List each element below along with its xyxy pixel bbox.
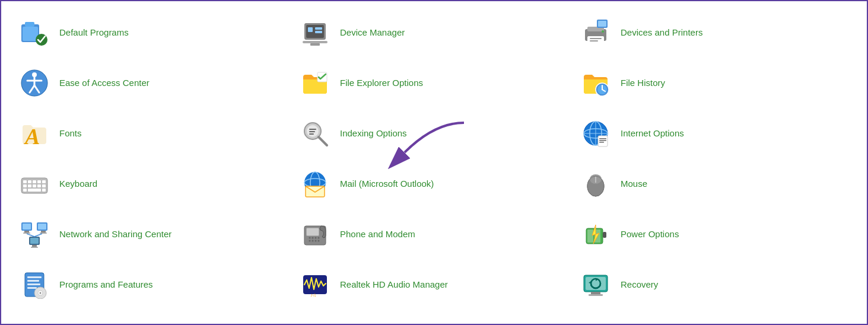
svg-rect-70 [24,231,29,232]
svg-rect-52 [23,184,27,187]
file-history-icon [580,68,611,98]
phone-modem-label: Phone and Modem [340,228,415,240]
svg-rect-42 [598,136,608,146]
svg-rect-95 [587,230,593,243]
svg-text:♪♫: ♪♫ [310,292,316,298]
svg-rect-47 [23,180,27,183]
svg-rect-53 [28,184,31,187]
svg-rect-54 [33,184,36,187]
phone-modem-icon [300,219,330,250]
svg-line-33 [319,137,327,145]
svg-rect-6 [303,41,328,43]
svg-rect-2 [23,27,38,41]
svg-rect-74 [41,231,46,232]
indexing-options-icon [300,118,330,149]
svg-rect-58 [23,189,27,192]
svg-point-105 [40,292,42,294]
svg-rect-1 [25,22,34,27]
svg-rect-94 [603,232,606,238]
svg-rect-34 [309,129,316,130]
svg-rect-69 [23,224,31,230]
programs-features-label: Programs and Features [59,279,153,291]
svg-rect-99 [27,276,42,278]
svg-rect-59 [42,189,46,192]
file-explorer-options-icon [300,68,330,98]
svg-point-91 [318,237,320,238]
fonts-label: Fonts [59,128,82,139]
devices-and-printers-item[interactable]: Devices and Printers [574,7,855,58]
realtek-icon: ♪♫ [300,269,330,300]
programs-features-item[interactable]: Programs and Features [13,259,294,310]
mail-icon [300,168,330,199]
svg-rect-84 [307,228,319,235]
svg-rect-15 [590,40,598,42]
realtek-audio-item[interactable]: ♪♫ Realtek HD Audio Manager [294,259,574,310]
svg-rect-71 [23,232,30,234]
svg-rect-50 [37,180,41,183]
mouse-item[interactable]: Mouse [574,158,855,209]
keyboard-label: Keyboard [59,178,97,190]
svg-rect-79 [31,247,38,248]
svg-rect-8 [308,27,313,32]
default-programs-icon [19,17,50,48]
svg-rect-73 [38,224,46,230]
network-icon [19,219,50,250]
internet-options-item[interactable]: Internet Options [574,108,855,158]
svg-line-80 [27,234,34,237]
svg-rect-55 [37,184,41,187]
svg-rect-49 [33,180,36,183]
file-history-item[interactable]: File History [574,58,855,108]
fonts-item[interactable]: A Fonts [13,108,294,158]
svg-point-90 [315,240,317,241]
network-sharing-item[interactable]: Network and Sharing Center [13,209,294,259]
svg-rect-9 [315,27,322,30]
power-options-item[interactable]: Power Options [574,209,855,259]
svg-rect-51 [42,180,46,183]
devices-and-printers-label: Devices and Printers [621,27,702,39]
device-manager-label: Device Manager [340,27,405,39]
svg-rect-101 [27,283,40,285]
svg-rect-111 [589,294,603,296]
svg-point-86 [312,237,314,238]
svg-rect-7 [310,43,320,46]
fonts-icon: A [19,118,50,149]
mail-outlook-item[interactable]: Mail (Microsoft Outlook) [294,158,574,209]
mail-label: Mail (Microsoft Outlook) [340,178,434,190]
keyboard-item[interactable]: Keyboard [13,158,294,209]
phone-modem-item[interactable]: Phone and Modem [294,209,574,259]
svg-rect-18 [598,21,606,27]
default-programs-label: Default Programs [59,27,129,39]
svg-rect-102 [27,287,37,289]
svg-rect-44 [599,140,606,141]
realtek-label: Realtek HD Audio Manager [340,279,448,291]
recovery-item[interactable]: Recovery [574,259,855,310]
svg-rect-36 [309,133,314,135]
programs-features-icon [19,269,50,300]
svg-rect-78 [32,245,37,247]
file-history-label: File History [621,77,665,89]
svg-rect-110 [591,292,600,294]
svg-line-81 [34,234,42,237]
svg-rect-10 [315,31,322,33]
file-explorer-options-label: File Explorer Options [340,77,423,89]
svg-rect-45 [599,142,604,143]
default-programs-item[interactable]: Default Programs [13,7,294,58]
svg-rect-100 [27,280,39,282]
devices-and-printers-icon [580,17,611,48]
device-manager-item[interactable]: Device Manager [294,7,574,58]
file-explorer-options-item[interactable]: File Explorer Options [294,58,574,108]
power-options-label: Power Options [621,228,679,240]
ease-of-access-icon [19,68,50,98]
recovery-icon [580,269,611,300]
svg-rect-77 [30,238,39,244]
network-label: Network and Sharing Center [59,228,171,240]
ease-of-access-item[interactable]: Ease of Access Center [13,58,294,108]
mouse-label: Mouse [621,178,647,190]
svg-rect-57 [28,189,41,192]
ease-of-access-label: Ease of Access Center [59,77,150,89]
svg-rect-56 [42,184,46,187]
svg-rect-75 [40,232,47,234]
mouse-icon [580,168,611,199]
svg-text:A: A [24,124,40,148]
indexing-options-item[interactable]: Indexing Options [294,108,574,158]
